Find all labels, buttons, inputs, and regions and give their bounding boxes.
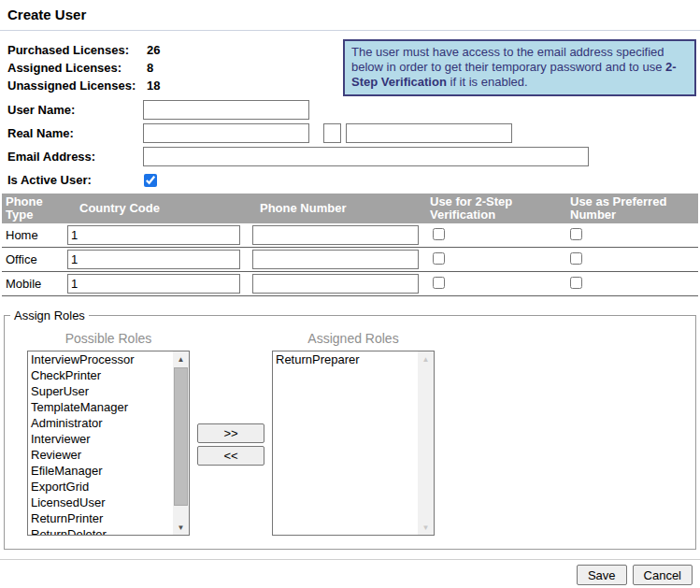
assigned-licenses-row: Assigned Licenses: 8: [7, 59, 340, 77]
add-role-button[interactable]: >>: [197, 423, 264, 443]
scroll-up-icon[interactable]: ▲: [173, 351, 189, 366]
list-item[interactable]: LicensedUser: [28, 495, 173, 510]
home-country-code-input[interactable]: [67, 225, 240, 245]
notice-text-end: if it is enabled.: [447, 75, 528, 89]
real-name-row: Real Name:: [7, 123, 700, 143]
assigned-roles-listbox[interactable]: ReturnPreparer ▲ ▼: [272, 351, 435, 536]
unassigned-licenses-value: 18: [147, 77, 160, 94]
possible-roles-listbox[interactable]: InterviewProcessor CheckPrinter SuperUse…: [27, 351, 190, 536]
assign-roles-legend: Assign Roles: [10, 308, 89, 323]
possible-roles-scrollbar[interactable]: ▲ ▼: [173, 351, 189, 535]
notice-text-start: The user must have access to the email a…: [351, 45, 665, 74]
is-active-label: Is Active User:: [7, 173, 143, 187]
purchased-licenses-row: Purchased Licenses: 26: [7, 41, 340, 59]
office-country-code-input[interactable]: [67, 250, 240, 269]
phone-type-label: Mobile: [2, 277, 65, 291]
email-row: Email Address:: [7, 147, 700, 166]
assigned-licenses-label: Assigned Licenses:: [7, 59, 147, 77]
office-preferred-checkbox[interactable]: [570, 252, 582, 265]
save-button[interactable]: Save: [577, 565, 627, 585]
assigned-roles-scrollbar: ▲ ▼: [418, 351, 434, 535]
remove-role-button[interactable]: <<: [197, 446, 264, 466]
phone-type-label: Home: [2, 228, 65, 242]
unassigned-licenses-row: Unassigned Licenses: 18: [7, 77, 340, 94]
mobile-two-step-checkbox[interactable]: [433, 277, 445, 289]
phone-table: Phone Type Country Code Phone Number Use…: [2, 194, 698, 296]
office-two-step-checkbox[interactable]: [433, 252, 445, 265]
list-item[interactable]: Administrator: [28, 415, 173, 431]
user-name-label: User Name:: [7, 103, 143, 117]
role-transfer-buttons: >> <<: [190, 423, 272, 466]
phone-row-home: Home: [2, 223, 698, 248]
home-preferred-checkbox[interactable]: [570, 228, 582, 240]
possible-roles-items: InterviewProcessor CheckPrinter SuperUse…: [28, 351, 173, 535]
user-name-row: User Name:: [7, 100, 700, 120]
email-label: Email Address:: [7, 150, 143, 164]
user-name-input[interactable]: [143, 100, 309, 120]
mobile-phone-number-input[interactable]: [252, 274, 419, 294]
possible-roles-label: Possible Roles: [27, 330, 190, 347]
scroll-down-icon[interactable]: ▼: [173, 520, 189, 535]
scroll-down-icon: ▼: [418, 520, 434, 535]
middle-initial-input[interactable]: [323, 123, 341, 143]
scrollbar-thumb[interactable]: [174, 367, 188, 506]
license-summary: Purchased Licenses: 26 Assigned Licenses…: [7, 39, 340, 94]
email-input[interactable]: [143, 147, 589, 166]
assigned-roles-column: Assigned Roles ReturnPreparer ▲ ▼: [272, 330, 435, 536]
create-user-page: Create User Purchased Licenses: 26 Assig…: [0, 0, 700, 588]
purchased-licenses-label: Purchased Licenses:: [7, 41, 147, 59]
assigned-licenses-value: 8: [147, 59, 153, 77]
first-name-input[interactable]: [143, 123, 309, 143]
list-item[interactable]: InterviewProcessor: [28, 351, 173, 367]
list-item[interactable]: ReturnPrinter: [28, 510, 173, 526]
scroll-up-icon: ▲: [418, 351, 434, 366]
phone-type-label: Office: [2, 252, 65, 266]
footer-actions: Save Cancel: [0, 560, 700, 585]
user-form: User Name: Real Name: Email Address: Is …: [0, 100, 700, 190]
last-name-input[interactable]: [346, 123, 512, 143]
mobile-country-code-input[interactable]: [67, 274, 240, 294]
roles-body: Possible Roles InterviewProcessor CheckP…: [5, 323, 695, 549]
list-item[interactable]: CheckPrinter: [28, 367, 173, 383]
cancel-button[interactable]: Cancel: [633, 565, 693, 585]
home-two-step-checkbox[interactable]: [433, 228, 445, 240]
list-item[interactable]: ReturnPreparer: [273, 351, 418, 367]
list-item[interactable]: ExportGrid: [28, 479, 173, 495]
email-notice-box: The user must have access to the email a…: [343, 39, 696, 96]
home-phone-number-input[interactable]: [252, 225, 419, 245]
header-two-step: Use for 2-Step Verification: [426, 194, 564, 223]
phone-row-mobile: Mobile: [2, 272, 698, 296]
assigned-roles-label: Assigned Roles: [272, 330, 435, 347]
unassigned-licenses-label: Unassigned Licenses:: [7, 77, 147, 94]
office-phone-number-input[interactable]: [252, 250, 419, 269]
header-country-code: Country Code: [65, 194, 250, 223]
is-active-row: Is Active User:: [7, 170, 700, 190]
header-phone-number: Phone Number: [250, 194, 426, 223]
header-preferred: Use as Preferred Number: [564, 194, 698, 223]
possible-roles-column: Possible Roles InterviewProcessor CheckP…: [27, 330, 190, 536]
phone-row-office: Office: [2, 248, 698, 272]
header-phone-type: Phone Type: [2, 194, 65, 223]
list-item[interactable]: SuperUser: [28, 383, 173, 399]
page-title: Create User: [0, 0, 700, 22]
assign-roles-fieldset: Assign Roles Possible Roles InterviewPro…: [4, 308, 696, 550]
mobile-preferred-checkbox[interactable]: [570, 277, 582, 289]
list-item[interactable]: TemplateManager: [28, 399, 173, 415]
assigned-roles-items: ReturnPreparer: [273, 351, 418, 535]
list-item[interactable]: EfileManager: [28, 463, 173, 479]
list-item[interactable]: Interviewer: [28, 431, 173, 447]
is-active-checkbox[interactable]: [144, 174, 157, 187]
list-item[interactable]: Reviewer: [28, 447, 173, 463]
top-row: Purchased Licenses: 26 Assigned Licenses…: [0, 31, 700, 96]
real-name-label: Real Name:: [7, 126, 143, 140]
purchased-licenses-value: 26: [147, 41, 160, 59]
phone-table-header: Phone Type Country Code Phone Number Use…: [2, 194, 698, 223]
list-item[interactable]: ReturnDeleter: [28, 526, 173, 535]
